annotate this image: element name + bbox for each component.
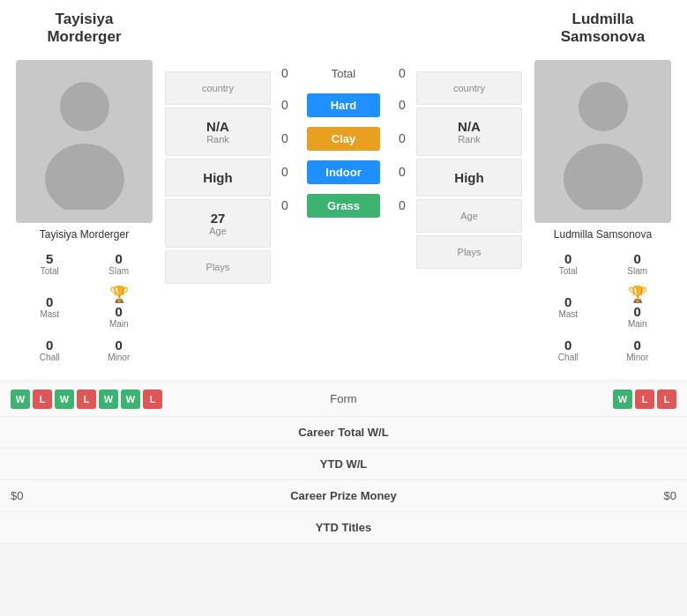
left-player-col: Tayisiya Morderger 5 Total 0 Slam 0 Mast… — [7, 60, 161, 366]
stats-comparison: Career Total W/LYTD W/L$0Career Prize Mo… — [0, 417, 687, 544]
right-form-badges: WLL — [432, 390, 677, 409]
hard-badge: Hard — [307, 93, 380, 117]
right-mast-cell: 0 Mast — [534, 281, 602, 332]
left-plays-box: Plays — [165, 250, 271, 284]
left-country-box: country — [165, 71, 271, 105]
grass-surface-row: 0 Grass 0 — [274, 190, 413, 221]
right-total-cell: 0 Total — [534, 248, 602, 279]
indoor-surface-row: 0 Indoor 0 — [274, 157, 413, 188]
left-trophy-icon: 🏆 — [109, 286, 129, 303]
right-main-cell: 🏆 0 Main — [604, 281, 672, 332]
stat-center-label-2: Career Prize Money — [247, 489, 441, 502]
grass-badge: Grass — [307, 194, 380, 218]
left-player-avatar — [16, 60, 153, 223]
hard-surface-row: 0 Hard 0 — [274, 90, 413, 121]
svg-point-0 — [60, 82, 109, 131]
stat-row-0: Career Total W/L — [0, 417, 687, 449]
stat-row-3: YTD Titles — [0, 512, 687, 544]
total-surface-row: 0 Total 0 — [274, 60, 413, 87]
clay-badge: Clay — [307, 127, 380, 151]
five-col-layout: Tayisiya Morderger 5 Total 0 Slam 0 Mast… — [0, 47, 687, 379]
form-badge-l: L — [143, 390, 162, 409]
total-label: Total — [302, 63, 385, 84]
form-badge-w: W — [11, 390, 30, 409]
svg-point-2 — [579, 82, 628, 131]
right-stats-grid: 0 Total 0 Slam 0 Mast 🏆 0 Main 0 — [534, 248, 671, 366]
right-age-box: Age — [416, 199, 522, 233]
form-badge-l: L — [77, 390, 96, 409]
right-chall-cell: 0 Chall — [534, 334, 602, 366]
main-container: Tayisiya Morderger Ludmilla Samsonova Ta… — [0, 0, 687, 544]
stat-row-1: YTD W/L — [0, 449, 687, 480]
left-player-name: Tayisiya Morderger — [7, 11, 161, 47]
clay-surface-row: 0 Clay 0 — [274, 123, 413, 154]
indoor-badge: Indoor — [307, 160, 380, 184]
left-mast-cell: 0 Mast — [16, 281, 84, 332]
stat-right-2: $0 — [441, 489, 677, 502]
form-badge-w: W — [121, 390, 140, 409]
svg-point-3 — [564, 144, 643, 210]
stat-center-label-3: YTD Titles — [247, 521, 441, 534]
form-label: Form — [256, 392, 432, 405]
form-badge-w: W — [55, 390, 74, 409]
right-high-box: High — [416, 159, 522, 197]
form-row: WLWLWWL Form WLL — [0, 382, 687, 417]
form-badge-l: L — [33, 390, 52, 409]
left-age-box: 27 Age — [165, 199, 271, 248]
left-minor-cell: 0 Minor — [86, 334, 153, 366]
form-badge-w: W — [613, 390, 632, 409]
right-player-name: Ludmilla Samsonova — [526, 11, 680, 47]
right-player-avatar — [534, 60, 671, 223]
bottom-section: WLWLWWL Form WLL Career Total W/LYTD W/L… — [0, 382, 687, 544]
left-rank-box: N/A Rank — [165, 108, 271, 156]
form-badge-l: L — [635, 390, 654, 409]
left-slam-cell: 0 Slam — [86, 248, 153, 279]
right-slam-cell: 0 Slam — [604, 248, 672, 279]
left-player-name-below: Tayisiya Morderger — [40, 228, 129, 241]
form-badge-l: L — [657, 390, 676, 409]
left-stat-boxes: country N/A Rank High 27 Age Plays — [165, 60, 271, 366]
right-rank-box: N/A Rank — [416, 108, 522, 156]
stat-left-2: $0 — [11, 489, 247, 502]
stat-row-2: $0Career Prize Money$0 — [0, 480, 687, 512]
stat-center-label-1: YTD W/L — [247, 457, 441, 471]
right-plays-box: Plays — [416, 235, 522, 269]
left-high-box: High — [165, 159, 271, 197]
left-form-badges: WLWLWWL — [11, 390, 256, 409]
left-main-cell: 🏆 0 Main — [86, 281, 153, 332]
stat-center-label-0: Career Total W/L — [247, 426, 441, 439]
right-country-box: country — [416, 71, 522, 105]
right-player-col: Ludmilla Samsonova 0 Total 0 Slam 0 Mast… — [526, 60, 680, 366]
left-chall-cell: 0 Chall — [16, 334, 84, 366]
svg-point-1 — [45, 144, 124, 210]
right-trophy-icon: 🏆 — [628, 286, 647, 303]
left-stats-grid: 5 Total 0 Slam 0 Mast 🏆 0 Main 0 — [16, 248, 153, 366]
center-surfaces-col: 0 Total 0 0 Hard 0 0 Clay 0 0 Indoor 0 — [274, 60, 413, 366]
form-badge-w: W — [99, 390, 118, 409]
right-player-name-below: Ludmilla Samsonova — [554, 228, 652, 241]
left-total-cell: 5 Total — [16, 248, 84, 279]
names-header: Tayisiya Morderger Ludmilla Samsonova — [0, 0, 687, 47]
right-minor-cell: 0 Minor — [604, 334, 672, 366]
right-stat-boxes: country N/A Rank High Age Plays — [416, 60, 522, 366]
